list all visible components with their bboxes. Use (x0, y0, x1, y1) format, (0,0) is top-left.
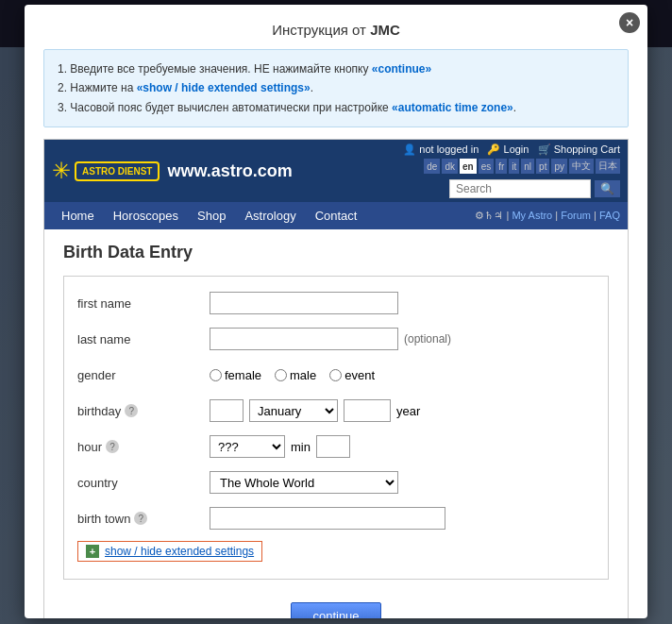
gender-male-radio[interactable] (275, 369, 287, 381)
nav-horoscopes[interactable]: Horoscopes (104, 202, 188, 229)
nav-forum[interactable]: Forum (561, 210, 591, 221)
birthday-row: birthday ? January February March April (77, 397, 595, 424)
country-label: country (77, 476, 210, 490)
optional-label: (optional) (404, 332, 451, 346)
not-logged-text: not logged in (419, 143, 479, 155)
astro-lang-bar: de dk en es fr it nl pt py 中文 日本 (424, 159, 620, 174)
hour-help-icon[interactable]: ? (106, 440, 119, 453)
lang-es[interactable]: es (479, 159, 495, 174)
continue-button[interactable]: continue (291, 602, 380, 618)
birthday-label: birthday ? (77, 404, 210, 418)
astro-url: www.astro.com (167, 161, 292, 181)
min-label: min (291, 440, 311, 454)
birth-town-row: birth town ? (77, 505, 595, 531)
modal-backdrop: × Инструкция от JMC 1. Введите все требу… (0, 0, 672, 624)
astro-search-input[interactable] (449, 179, 591, 198)
gender-male-option[interactable]: male (275, 368, 316, 382)
birth-town-label: birth town ? (77, 512, 210, 526)
last-name-input[interactable] (210, 328, 398, 350)
form-area: Birth Data Entry first name (44, 229, 628, 593)
birth-town-help-icon[interactable]: ? (134, 512, 147, 525)
extended-settings-label: show / hide extended settings (105, 545, 254, 558)
instruction-line2-post: . (311, 81, 313, 94)
birthday-year-input[interactable] (344, 399, 391, 422)
lang-ja[interactable]: 日本 (596, 159, 620, 174)
instruction-line3: 3. Часовой пояс будет вычислен автоматич… (58, 98, 614, 117)
country-select[interactable]: The Whole World (210, 471, 398, 494)
lang-py[interactable]: py (551, 159, 567, 174)
astro-nav-left: Home Horoscopes Shop Astrology Contact (52, 202, 366, 229)
continue-row: continue (44, 593, 628, 618)
modal-brand: JMC (370, 22, 400, 38)
cart-link-text: Shopping Cart (554, 143, 620, 155)
minute-input[interactable] (316, 435, 350, 458)
instruction-line1-highlight: «continue» (372, 62, 431, 76)
birthday-day-input[interactable] (210, 399, 244, 422)
instruction-line2-pre: 2. Нажмите на (58, 81, 137, 94)
gender-event-option[interactable]: event (329, 368, 375, 382)
instruction-line2: 2. Нажмите на «show / hide extended sett… (58, 78, 614, 97)
form-container: first name last name (63, 276, 609, 580)
birthday-field: January February March April May June Ju… (210, 399, 595, 422)
nav-shop[interactable]: Shop (188, 202, 235, 229)
lang-zh[interactable]: 中文 (569, 159, 594, 174)
nav-astrology[interactable]: Astrology (235, 202, 305, 229)
lang-fr[interactable]: fr (496, 159, 507, 174)
lang-pt[interactable]: pt (536, 159, 549, 174)
nav-my-astro[interactable]: My Astro (512, 210, 552, 221)
instruction-line3-pre: 3. Часовой пояс будет вычислен автоматич… (58, 101, 392, 114)
gender-event-radio[interactable] (329, 369, 342, 381)
instruction-line3-highlight: «automatic time zone» (392, 101, 513, 114)
hour-label: hour ? (77, 440, 210, 454)
astro-search-button[interactable]: 🔍 (595, 180, 620, 197)
gender-label: gender (77, 368, 210, 382)
birthday-month-select[interactable]: January February March April May June Ju… (249, 399, 338, 422)
birth-town-input[interactable] (210, 507, 445, 530)
astro-search-row: 🔍 (449, 179, 620, 198)
astro-logo-box: ASTRO DIENST (75, 161, 160, 181)
modal-scroll-area[interactable]: Инструкция от JMC 1. Введите все требуем… (25, 5, 647, 618)
last-name-row: last name (optional) (77, 326, 595, 352)
lang-de[interactable]: de (424, 159, 440, 174)
lang-dk[interactable]: dk (442, 159, 458, 174)
login-link-text: Login (504, 143, 529, 155)
lang-en[interactable]: en (460, 159, 477, 174)
last-name-label: last name (77, 332, 210, 346)
astro-topbar: ✳ ASTRO DIENST www.astro.com 👤 not logge… (44, 140, 628, 202)
login-link[interactable]: 🔑 Login (487, 143, 529, 155)
astro-logo-text: ASTRO DIENST (82, 166, 152, 177)
astro-sun-icon: ✳ (52, 160, 71, 182)
modal-container: × Инструкция от JMC 1. Введите все требу… (25, 5, 647, 618)
close-button[interactable]: × (619, 12, 640, 33)
country-row: country The Whole World (77, 469, 595, 496)
shopping-cart-link[interactable]: 🛒 Shopping Cart (538, 143, 620, 155)
hour-select[interactable]: ??? (210, 435, 285, 458)
form-title: Birth Data Entry (63, 243, 609, 262)
astro-nav: Home Horoscopes Shop Astrology Contact ⚙… (44, 202, 628, 229)
modal-title-text: Инструкция от (272, 22, 366, 38)
astro-nav-right: ⚙♄♃ | My Astro | Forum | FAQ (475, 210, 620, 222)
nav-settings-icons: ⚙♄♃ | (475, 210, 509, 221)
extended-settings-row: + show / hide extended settings (77, 541, 595, 562)
lang-it[interactable]: it (509, 159, 519, 174)
gender-female-radio[interactable] (210, 369, 222, 381)
nav-contact[interactable]: Contact (306, 202, 367, 229)
birthday-help-icon[interactable]: ? (125, 404, 138, 417)
gender-female-option[interactable]: female (210, 368, 261, 382)
nav-faq[interactable]: FAQ (599, 210, 620, 221)
first-name-input[interactable] (210, 292, 398, 314)
instruction-line2-highlight: «show / hide extended settings» (137, 81, 311, 94)
user-icon: 👤 (403, 143, 419, 155)
first-name-row: first name (77, 290, 595, 316)
hour-field: ??? min (210, 435, 595, 458)
astro-user-area: 👤 not logged in 🔑 Login 🛒 Shopping Cart … (403, 143, 620, 198)
instruction-line3-post: . (513, 101, 516, 114)
nav-home[interactable]: Home (52, 202, 104, 229)
modal-title: Инструкция от JMC (25, 5, 647, 49)
extended-settings-toggle[interactable]: + show / hide extended settings (77, 541, 262, 562)
year-label: year (396, 404, 420, 418)
instruction-line1-pre: 1. Введите все требуемые значения. НЕ на… (58, 62, 372, 76)
gender-row: gender female male (77, 362, 595, 388)
lang-nl[interactable]: nl (521, 159, 534, 174)
first-name-field (210, 292, 595, 314)
